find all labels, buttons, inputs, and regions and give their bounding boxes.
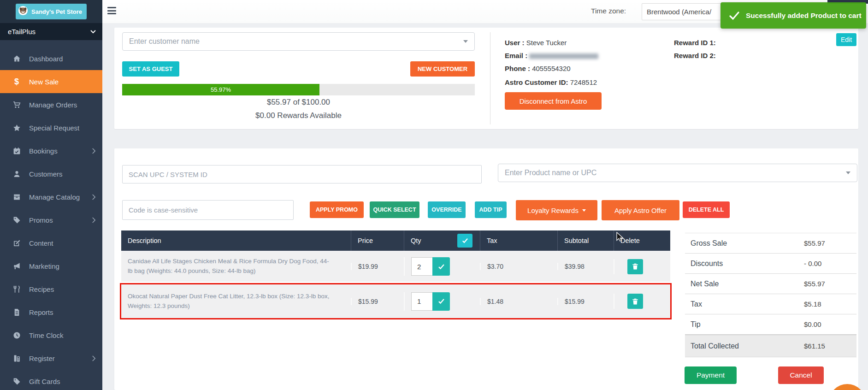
divider [490,32,490,124]
product-search-placeholder: Enter Product name or UPC [505,169,596,177]
sidebar-item-customers[interactable]: Customers [0,162,102,185]
sidebar-item-time-clock[interactable]: Time Clock [0,324,102,347]
tax-cell: $1.48 [480,298,557,305]
qty-input[interactable] [411,292,432,311]
check-icon [729,10,740,21]
quick-select-button[interactable]: QUICK SELECT [370,201,419,218]
sidebar-nav: Dashboard $ New Sale Manage Orders Speci… [0,40,102,390]
summary-row: Net Sale $55.97 [685,274,856,294]
customer-select-placeholder: Enter customer name [129,37,200,46]
tax-cell: $3.70 [480,263,557,270]
rewards-available-caption: $0.00 Rewards Available [122,111,475,120]
phone-line: Phone : 4055554320 [505,65,571,72]
sidebar-item-dashboard[interactable]: Dashboard [0,47,102,70]
cancel-button[interactable]: Cancel [778,366,824,384]
sidebar-item-marketing[interactable]: Marketing [0,254,102,278]
timezone-select[interactable]: Brentwood (America/ [642,3,721,20]
scan-upc-input[interactable] [122,165,482,183]
redacted-email [529,53,598,59]
subtotal-cell: $39.98 [557,263,614,270]
hamburger-menu-icon[interactable] [107,7,117,15]
clock-icon [12,331,21,339]
sidebar-item-gift-cards[interactable]: Gift Cards [0,370,102,390]
sidebar-item-manage-orders[interactable]: Manage Orders [0,93,102,116]
reward-id-1-label: Reward ID 1: [674,39,716,47]
customer-name-select[interactable]: Enter customer name [122,32,475,51]
qty-confirm-button[interactable] [432,257,450,276]
sidebar-item-new-sale[interactable]: $ New Sale [0,70,102,93]
megaphone-icon [12,262,21,270]
dollar-icon: $ [12,77,21,86]
summary-row: Gross Sale $55.97 [685,233,856,254]
apply-promo-button[interactable]: APPLY PROMO [310,201,364,218]
sidebar-item-reports[interactable]: Reports [0,301,102,324]
disconnect-astro-button[interactable]: Disconnect from Astro [505,92,602,110]
user-icon [12,170,21,178]
cart-icon [12,100,21,109]
dropdown-caret-icon [582,209,586,212]
payment-button[interactable]: Payment [685,366,737,384]
logo-strip: Sandy's Pet Store [0,0,102,23]
gift-tag-icon [12,377,21,385]
qty-confirm-button[interactable] [432,292,450,311]
chevron-right-icon [92,217,96,223]
product-name: eTailPlus [8,28,90,35]
chevron-down-icon [90,30,96,34]
toast-notification: Sucessfully added Product to cart [720,2,866,29]
set-as-guest-button[interactable]: SET AS GUEST [122,61,179,77]
qty-input[interactable] [411,257,432,276]
product-description: Canidae All Life Stages Chicken Meal & R… [121,257,351,276]
sidebar-item-special-request[interactable]: Special Request [0,116,102,139]
summary-row-total: Total Collected $61.15 [685,335,856,357]
edit-button[interactable]: Edit [836,33,856,46]
store-logo[interactable]: Sandy's Pet Store [16,4,87,19]
override-button[interactable]: OVERRIDE [428,201,466,218]
delete-all-button[interactable]: DELETE ALL [683,201,730,218]
chevron-right-icon [92,355,96,361]
pos-app: Time zone: Brentwood (America/ Sucessful… [0,0,868,390]
sidebar-item-register[interactable]: Register [0,347,102,370]
confirm-all-qty-button[interactable] [457,234,472,248]
rewards-amount-caption: $55.97 of $100.00 [122,98,475,107]
cart-table-header: Description Price Qty Tax Subtotal Delet… [121,230,670,251]
home-icon [12,54,21,63]
chevron-right-icon [92,148,96,154]
cart-row-highlighted: Okocat Natural Paper Dust Free Cat Litte… [121,284,670,318]
sale-summary: Gross Sale $55.97 Discounts - 0.00 Net S… [685,233,856,357]
rewards-progress-fill: 55.97% [122,84,319,95]
product-search-select[interactable]: Enter Product name or UPC [498,164,857,182]
product-description: Okocat Natural Paper Dust Free Cat Litte… [121,292,351,311]
sidebar-item-promos[interactable]: Promos [0,208,102,231]
sale-card: Enter Product name or UPC APPLY PROMO QU… [114,148,858,390]
subtotal-cell: $15.99 [557,298,614,305]
tag-icon [12,216,21,224]
cart-table: Description Price Qty Tax Subtotal Delet… [121,230,670,318]
summary-row: Tip $0.00 [685,314,856,335]
sidebar-item-recipes[interactable]: Recipes [0,278,102,301]
register-icon [12,354,21,362]
store-name: Sandy's Pet Store [31,8,82,15]
dropdown-caret-icon [463,40,468,43]
dropdown-caret-icon [846,171,850,174]
new-customer-button[interactable]: NEW CUSTOMER [410,61,475,77]
summary-row: Discounts - 0.00 [685,254,856,274]
loyalty-rewards-dropdown-button[interactable]: Loyalty Rewards [516,200,597,220]
cart-row: Canidae All Life Stages Chicken Meal & R… [121,251,670,282]
add-tip-button[interactable]: ADD TIP [475,201,507,218]
dog-logo-icon [18,6,28,18]
chevron-right-icon [92,194,96,200]
product-switcher[interactable]: eTailPlus [0,23,102,40]
delete-row-button[interactable] [627,259,643,274]
apply-astro-offer-button[interactable]: Apply Astro Offer [602,200,679,220]
sidebar-item-content[interactable]: Content [0,231,102,254]
delete-row-button[interactable] [627,294,643,309]
promo-code-input[interactable] [122,200,294,220]
edit-icon [12,239,21,247]
sidebar-item-manage-catalog[interactable]: Manage Catalog [0,185,102,208]
sidebar: Sandy's Pet Store eTailPlus Dashboard $ … [0,0,102,390]
utensils-icon [12,285,21,293]
box-icon [12,193,21,201]
customer-card: Enter customer name SET AS GUEST NEW CUS… [114,28,858,129]
sidebar-item-bookings[interactable]: Bookings [0,139,102,162]
timezone-label: Time zone: [591,7,626,15]
